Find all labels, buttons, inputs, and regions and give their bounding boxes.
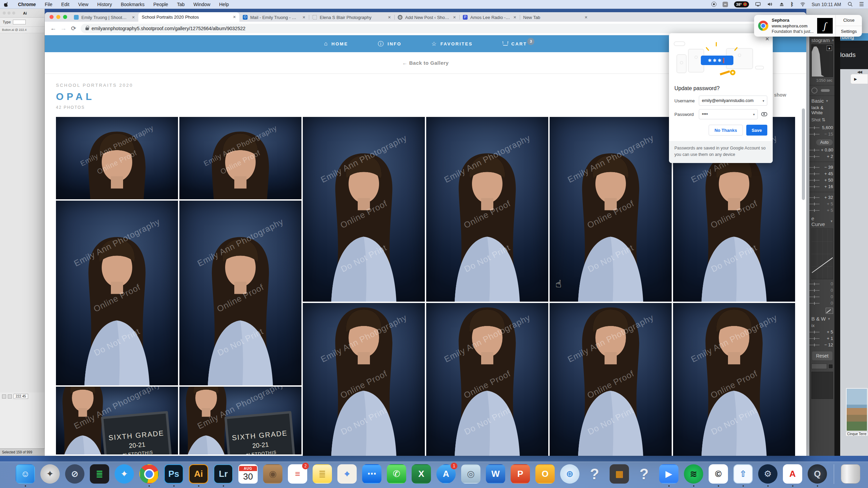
desktop-photo-file[interactable]: Cinque Terre bbox=[846, 388, 868, 442]
dock-app[interactable]: ⋯ bbox=[362, 464, 381, 484]
slider-track[interactable] bbox=[809, 186, 820, 187]
slider-row[interactable]: 0 bbox=[811, 300, 833, 306]
browser-notification[interactable]: Sephora www.sephora.com Foundation that'… bbox=[754, 15, 862, 37]
slider-track[interactable] bbox=[809, 284, 820, 284]
dock-app-icon[interactable]: ≣ bbox=[313, 464, 332, 484]
slider-row[interactable]: + 0.80 bbox=[811, 147, 833, 153]
tone-curve-graph[interactable] bbox=[811, 228, 833, 279]
notification-settings-button[interactable]: Settings bbox=[836, 26, 862, 37]
slider-track[interactable] bbox=[809, 127, 820, 128]
close-window-button[interactable] bbox=[50, 15, 54, 19]
dock-app-icon[interactable]: ≣ bbox=[90, 464, 109, 484]
tone-curve-panel-header[interactable]: e Curve ▼ bbox=[811, 216, 833, 227]
dock-app[interactable]: ☺ bbox=[16, 464, 35, 484]
dock-app[interactable]: Ps bbox=[164, 464, 183, 484]
slider-track[interactable] bbox=[809, 204, 820, 204]
crop-tool-icon[interactable] bbox=[811, 87, 817, 94]
gallery-photo[interactable]: Emily Ann Photography Online Proof Do No… bbox=[550, 303, 672, 456]
play-panel-fragment[interactable]: ▶ bbox=[850, 74, 868, 84]
dock-app[interactable]: A bbox=[783, 464, 802, 484]
browser-tab[interactable]: ◍ Add New Post ‹ Showit Blog ✕ bbox=[394, 13, 459, 22]
spotlight-icon[interactable] bbox=[847, 1, 853, 7]
menu-item[interactable]: Help bbox=[219, 2, 229, 7]
menu-item[interactable]: People bbox=[153, 2, 168, 7]
volume-icon[interactable] bbox=[767, 1, 773, 7]
window-dot[interactable] bbox=[3, 12, 6, 15]
type-input[interactable] bbox=[13, 20, 26, 24]
window-dot[interactable] bbox=[12, 12, 15, 15]
eject-icon[interactable] bbox=[779, 1, 785, 7]
dock-app-icon[interactable]: Lr bbox=[214, 464, 233, 484]
artboard-nav-icon[interactable] bbox=[8, 394, 12, 399]
window-dot[interactable] bbox=[7, 12, 11, 15]
dock-app-icon[interactable]: ◎ bbox=[461, 464, 480, 484]
dock-app[interactable]: Q bbox=[808, 464, 827, 484]
artboard-nav-icon[interactable] bbox=[2, 394, 6, 399]
dock-app-icon[interactable]: ▶ bbox=[659, 464, 678, 484]
dock-app-icon[interactable]: © bbox=[709, 464, 728, 484]
slider-track[interactable] bbox=[809, 290, 820, 291]
menu-item[interactable]: View bbox=[78, 2, 88, 7]
site-nav-item[interactable]: ⌂ HOME bbox=[324, 40, 348, 47]
tab-close-icon[interactable]: ✕ bbox=[302, 15, 305, 20]
dock-app-icon[interactable]: ⊕ bbox=[560, 464, 579, 484]
dock-app-icon[interactable]: ⇧ bbox=[733, 464, 753, 484]
slider-row[interactable]: − 15 bbox=[811, 131, 833, 137]
slider-row[interactable]: + 5 bbox=[811, 329, 833, 335]
dock-app[interactable]: ◉ bbox=[263, 464, 282, 484]
play-icon[interactable]: ▶ bbox=[854, 77, 857, 81]
dock-app-icon[interactable]: ▦ bbox=[610, 464, 629, 484]
gallery-photo[interactable]: Emily Ann Photography Online Proof Do No… bbox=[303, 117, 425, 302]
menu-clock[interactable]: Sun 10:11 AM bbox=[812, 2, 841, 7]
slideshow-button-fragment[interactable]: show bbox=[774, 92, 786, 98]
dock-app[interactable]: ⚙ bbox=[758, 464, 777, 484]
zoom-window-button[interactable] bbox=[63, 15, 67, 19]
gallery-photo[interactable]: Emily Ann Photography Online Proof bbox=[179, 117, 301, 199]
slider-row[interactable]: + 5 bbox=[811, 207, 833, 214]
airplay-icon[interactable] bbox=[755, 1, 761, 7]
tab-close-icon[interactable]: ✕ bbox=[453, 15, 456, 20]
dock-app[interactable]: AUG 30 bbox=[238, 464, 258, 484]
zoom-level-field[interactable]: 222.45 bbox=[14, 394, 28, 399]
dock-app-icon[interactable]: ≋ bbox=[684, 464, 703, 484]
dock-app[interactable]: ⊘ bbox=[65, 464, 84, 484]
gallery-photo[interactable]: Emily Ann Photography Online Proof Do No… bbox=[673, 303, 795, 456]
slider-track[interactable] bbox=[809, 197, 820, 198]
slider-row[interactable]: 0 bbox=[811, 281, 833, 287]
browser-tab[interactable]: New Tab ✕ bbox=[520, 13, 591, 22]
dock-app[interactable] bbox=[139, 464, 159, 484]
slider-row[interactable]: + 50 bbox=[811, 177, 833, 183]
tab-close-icon[interactable]: ✕ bbox=[132, 15, 135, 20]
username-select[interactable]: emily@emilyannstudio.com ▾ bbox=[699, 96, 767, 106]
browser-tab[interactable]: Elena S Blair Photography ✕ bbox=[309, 13, 394, 22]
creative-cloud-icon[interactable]: ∞ bbox=[723, 2, 728, 7]
slider-row[interactable]: − 12 bbox=[811, 342, 833, 348]
profile-label[interactable]: Shot ⇅ bbox=[811, 117, 833, 122]
notification-close-button[interactable]: Close bbox=[836, 15, 862, 26]
dock-app-icon[interactable]: ? bbox=[634, 464, 654, 484]
treatment-label[interactable]: lack & White bbox=[811, 105, 833, 115]
dock-app-icon[interactable]: Ai bbox=[189, 464, 208, 484]
gallery-photo[interactable]: Emily Ann Photography Online Proof Do No… bbox=[56, 201, 178, 385]
dock-app-icon[interactable]: ⊘ bbox=[65, 464, 84, 484]
dock-app[interactable]: O bbox=[535, 464, 555, 484]
dock-app[interactable]: © bbox=[709, 464, 728, 484]
bluetooth-icon[interactable]: ᛒ bbox=[791, 1, 794, 7]
dock-app[interactable]: 1 A bbox=[436, 464, 456, 484]
browser-tab[interactable]: O Mail - Emily Truong - Outlook ✕ bbox=[239, 13, 309, 22]
slider-row[interactable]: 5,600 bbox=[811, 124, 833, 131]
auto-button[interactable]: Auto bbox=[816, 139, 833, 145]
no-thanks-button[interactable]: No Thanks bbox=[709, 125, 743, 136]
tab-close-icon[interactable]: ✕ bbox=[388, 15, 391, 20]
dock-app[interactable]: Lr bbox=[214, 464, 233, 484]
dock-app[interactable]: Ai bbox=[189, 464, 208, 484]
slider-row[interactable]: − 39 bbox=[811, 164, 833, 170]
slider-track[interactable] bbox=[809, 338, 820, 339]
slider-row[interactable]: + 45 bbox=[811, 170, 833, 177]
dock-app-icon[interactable]: ✦ bbox=[40, 464, 60, 484]
dock-app-icon[interactable] bbox=[139, 464, 159, 484]
scrollbar-thumb[interactable] bbox=[802, 108, 805, 200]
dock-app[interactable]: ⊕ bbox=[560, 464, 579, 484]
illustrator-doc-tab[interactable]: Button.ai @ 222.4 bbox=[0, 27, 44, 33]
dock-app-icon[interactable]: ◉ bbox=[263, 464, 282, 484]
